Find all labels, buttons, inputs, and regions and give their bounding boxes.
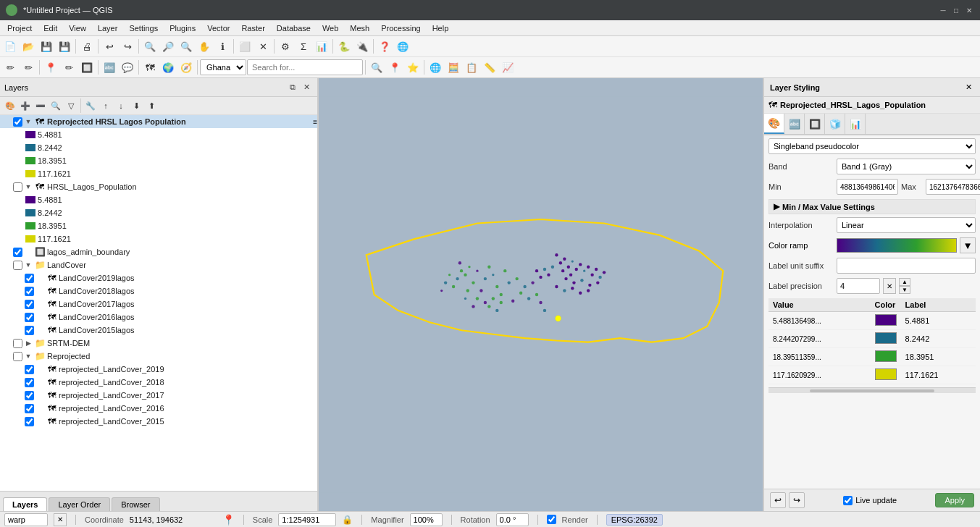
profile-tool-button[interactable]: 📈 [499, 59, 516, 76]
undo-styling-button[interactable]: ↩ [770, 492, 786, 508]
location-dropdown[interactable]: Ghana [200, 59, 246, 75]
layer-item[interactable]: ▶ 📁 SRTM-DEM [0, 337, 317, 350]
layer-item[interactable]: ▶ 🗺 reprojected_LandCover_2015 [0, 415, 317, 428]
layer-item[interactable]: ▼ 📁 Reprojected [0, 350, 317, 363]
remove-layer-button[interactable]: ➖ [33, 98, 48, 113]
plugins-button[interactable]: 🔌 [353, 38, 371, 55]
help-button[interactable]: ❓ [376, 38, 393, 55]
layer-order-tab[interactable]: Layer Order [49, 497, 110, 511]
move-down-button[interactable]: ↓ [114, 98, 128, 113]
layer-visibility-checkbox[interactable] [13, 117, 22, 127]
precision-clear-button[interactable]: ✕ [883, 278, 896, 294]
add-line-button[interactable]: ✏ [60, 59, 78, 76]
basemap-button[interactable]: 🗺 [141, 59, 159, 76]
ct-color-cell[interactable] [871, 366, 901, 384]
layer-visibility-checkbox[interactable] [25, 287, 34, 296]
print-layout-button[interactable]: 🖨 [78, 38, 96, 55]
add-point-button[interactable]: 📍 [42, 59, 59, 76]
open-project-button[interactable]: 📂 [20, 38, 37, 55]
color-ramp-bar[interactable] [837, 238, 957, 253]
layer-visibility-checkbox[interactable] [25, 365, 34, 374]
layer-item[interactable]: ▶ 🗺 LandCover2019lagos [0, 271, 317, 284]
warp-clear-button[interactable]: ✕ [54, 513, 67, 526]
layer-visibility-checkbox[interactable] [25, 391, 34, 400]
menubar-item-processing[interactable]: Processing [375, 22, 426, 34]
digitize-button[interactable]: ✏ [1, 59, 19, 76]
minimize-button[interactable]: ─ [938, 5, 948, 15]
layer-expand-icon[interactable]: ▶ [24, 339, 33, 347]
pan-button[interactable]: ✋ [196, 38, 213, 55]
layer-visibility-checkbox[interactable] [25, 417, 34, 426]
osm-button[interactable]: 🌐 [427, 59, 444, 76]
precision-down-button[interactable]: ▼ [899, 286, 910, 294]
undo-button[interactable]: ↩ [101, 38, 118, 55]
epsg-badge[interactable]: EPSG:26392 [606, 514, 663, 526]
apply-button[interactable]: Apply [935, 493, 974, 507]
layer-item[interactable]: ▼ 🗺 HRSL_Lagos_Population [0, 180, 317, 193]
label-button[interactable]: 🔤 [101, 59, 118, 76]
menubar-item-project[interactable]: Project [1, 22, 38, 34]
new-project-button[interactable]: 📄 [1, 38, 19, 55]
styling-mask-tab[interactable]: 🔲 [805, 114, 825, 134]
menubar-item-web[interactable]: Web [317, 22, 344, 34]
save-button[interactable]: 💾 [38, 38, 55, 55]
search-input[interactable] [247, 59, 363, 75]
deselect-button[interactable]: ✕ [254, 38, 272, 55]
render-checkbox[interactable] [547, 515, 556, 524]
measure-button[interactable]: 📏 [481, 59, 498, 76]
layer-expand-icon[interactable]: ▼ [24, 261, 33, 269]
color-table-row[interactable]: 5.488136498... 5.4881 [768, 312, 976, 330]
layer-visibility-checkbox[interactable] [25, 404, 34, 413]
menubar-item-raster[interactable]: Raster [235, 22, 270, 34]
zoom-in-button[interactable]: 🔎 [159, 38, 177, 55]
menubar-item-layer[interactable]: Layer [92, 22, 124, 34]
layer-visibility-checkbox[interactable] [13, 248, 22, 257]
ct-color-cell[interactable] [871, 348, 901, 366]
close-button[interactable]: ✕ [964, 5, 974, 15]
save-as-button[interactable]: 💾 [56, 38, 73, 55]
layer-visibility-checkbox[interactable] [25, 378, 34, 387]
menubar-item-help[interactable]: Help [427, 22, 455, 34]
add-layer-button[interactable]: ➕ [18, 98, 33, 113]
layer-item[interactable]: ▼ 🗺 Reprojected HRSL Lagos Population ≡ [0, 115, 317, 128]
layer-styling-close-button[interactable]: ✕ [963, 82, 974, 93]
layer-visibility-checkbox[interactable] [13, 339, 22, 348]
zoom-out-button[interactable]: 🔍 [177, 38, 195, 55]
layer-item[interactable]: ▶ 🗺 reprojected_LandCover_2017 [0, 389, 317, 402]
expand-all-button[interactable]: ⬇ [129, 98, 143, 113]
warp-input[interactable] [4, 513, 48, 526]
color-ramp-dropdown-button[interactable]: ▼ [960, 237, 976, 253]
precision-up-button[interactable]: ▲ [899, 278, 910, 286]
layers-tab[interactable]: Layers [3, 497, 47, 511]
zoom-loc-button[interactable]: 📍 [386, 59, 403, 76]
layer-visibility-checkbox[interactable] [25, 326, 34, 335]
layer-item[interactable]: ▶ 🗺 LandCover2015lagos [0, 324, 317, 337]
add-poly-button[interactable]: 🔲 [78, 59, 96, 76]
layer-visibility-checkbox[interactable] [25, 313, 34, 322]
globe-button[interactable]: 🌍 [159, 59, 177, 76]
layer-properties-button[interactable]: 🔧 [83, 98, 98, 113]
ct-color-cell[interactable] [871, 312, 901, 330]
color-table-row[interactable]: 8.244207299... 8.2442 [768, 330, 976, 348]
layer-expand-icon[interactable]: ▼ [24, 117, 33, 126]
open-layer-styling-button[interactable]: 🎨 [3, 98, 17, 113]
scale-input[interactable] [278, 513, 336, 526]
layer-visibility-checkbox[interactable] [25, 300, 34, 309]
menubar-item-mesh[interactable]: Mesh [344, 22, 375, 34]
label-unit-input[interactable] [837, 258, 976, 274]
field-calc-button[interactable]: 🧮 [445, 59, 462, 76]
select-button[interactable]: ⬜ [236, 38, 254, 55]
layer-item[interactable]: ▶ 🗺 reprojected_LandCover_2019 [0, 363, 317, 376]
maximize-button[interactable]: □ [951, 5, 961, 15]
layer-item[interactable]: ▶ 🗺 reprojected_LandCover_2016 [0, 402, 317, 415]
filter-layers-button[interactable]: 🔍 [49, 98, 63, 113]
window-controls[interactable]: ─ □ ✕ [938, 5, 974, 15]
layer-visibility-checkbox[interactable] [13, 182, 22, 192]
ct-color-cell[interactable] [871, 330, 901, 348]
menubar-item-vector[interactable]: Vector [201, 22, 235, 34]
identify-button[interactable]: ℹ [214, 38, 231, 55]
live-update-checkbox[interactable] [843, 496, 853, 505]
menubar-item-database[interactable]: Database [271, 22, 317, 34]
edit-button[interactable]: ✏ [20, 59, 37, 76]
calculator-button[interactable]: Σ [295, 38, 312, 55]
